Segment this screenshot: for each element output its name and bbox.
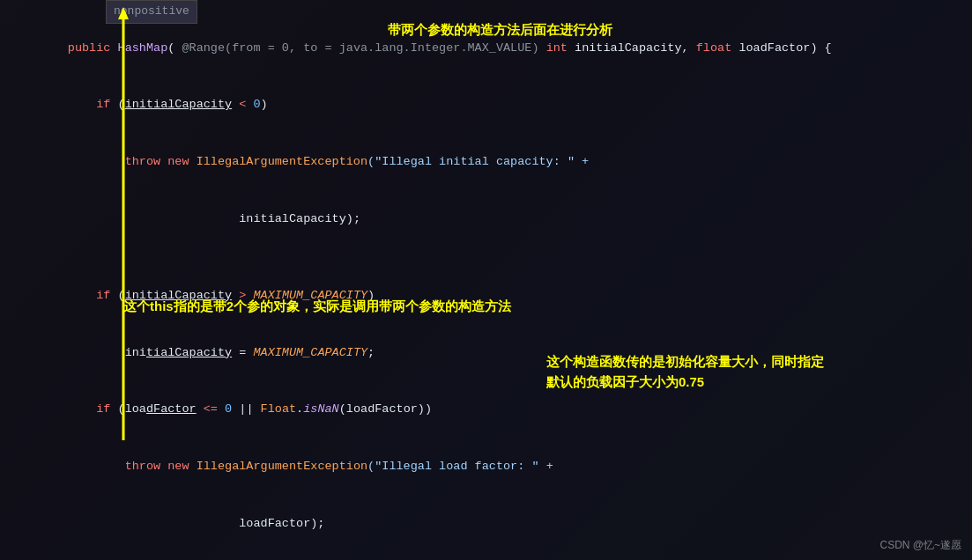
- code-block: nonpositive public HashMap( @Range(from …: [0, 0, 972, 560]
- code-line-2: if (initialCapacity < 0): [0, 77, 972, 134]
- annotation-1: 带两个参数的构造方法后面在进行分析: [388, 19, 612, 41]
- code-line-blank1: [0, 247, 972, 267]
- tooltip-nonpositive: nonpositive: [106, 0, 197, 24]
- annotation-2: 这个this指的是带2个参的对象，实际是调用带两个参数的构造方法: [123, 296, 511, 318]
- code-line-10: loadFactor);: [0, 495, 972, 552]
- code-line-4: initialCapacity);: [0, 190, 972, 247]
- code-line-blank2: [0, 552, 972, 560]
- code-line-7: initialCapacity = MAXIMUM_CAPACITY;: [0, 324, 972, 381]
- code-line-3: throw new IllegalArgumentException("Ille…: [0, 134, 972, 191]
- code-line-9: throw new IllegalArgumentException("Ille…: [0, 438, 972, 495]
- watermark: CSDN @忆~遂愿: [879, 538, 961, 553]
- code-line-8: if (loadFactor <= 0 || Float.isNaN(loadF…: [0, 381, 972, 438]
- annotation-3: 这个构造函数传的是初始化容量大小，同时指定 默认的负载因子大小为0.75: [546, 352, 824, 392]
- code-container: nonpositive public HashMap( @Range(from …: [0, 0, 972, 560]
